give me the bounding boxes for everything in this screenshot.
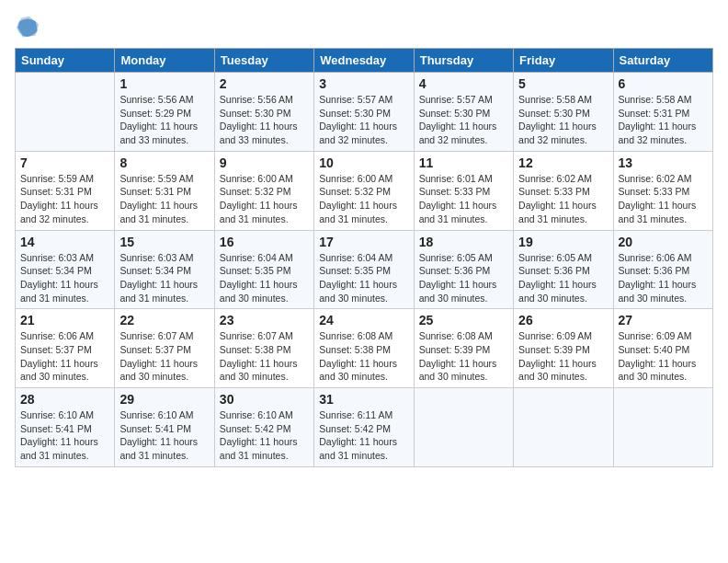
day-info: Sunrise: 6:10 AMSunset: 5:41 PMDaylight:… (20, 408, 109, 463)
day-info: Sunrise: 6:08 AMSunset: 5:39 PMDaylight:… (419, 329, 508, 384)
day-number: 2 (220, 76, 309, 91)
day-info: Sunrise: 6:09 AMSunset: 5:40 PMDaylight:… (619, 329, 708, 384)
day-number: 10 (319, 155, 408, 170)
day-number: 7 (20, 155, 109, 170)
calendar-week-row: 28Sunrise: 6:10 AMSunset: 5:41 PMDayligh… (16, 388, 713, 467)
weekday-header-monday: Monday (115, 49, 214, 73)
day-number: 11 (419, 155, 508, 170)
day-info: Sunrise: 5:57 AMSunset: 5:30 PMDaylight:… (319, 93, 408, 147)
day-number: 18 (419, 235, 508, 249)
day-number: 24 (319, 313, 408, 327)
day-info: Sunrise: 6:05 AMSunset: 5:36 PMDaylight:… (419, 251, 508, 305)
calendar-cell: 4Sunrise: 5:57 AMSunset: 5:30 PMDaylight… (414, 73, 513, 152)
day-info: Sunrise: 6:04 AMSunset: 5:35 PMDaylight:… (220, 251, 309, 305)
calendar-cell: 27Sunrise: 6:09 AMSunset: 5:40 PMDayligh… (613, 309, 712, 388)
weekday-header-wednesday: Wednesday (314, 49, 414, 73)
calendar-cell: 22Sunrise: 6:07 AMSunset: 5:37 PMDayligh… (115, 309, 214, 388)
day-number: 29 (119, 392, 209, 407)
day-number: 3 (319, 76, 408, 91)
day-number: 21 (20, 313, 109, 327)
day-number: 17 (319, 235, 408, 249)
day-info: Sunrise: 6:05 AMSunset: 5:36 PMDaylight:… (518, 251, 608, 305)
day-number: 28 (20, 392, 109, 407)
day-number: 13 (619, 155, 708, 170)
day-info: Sunrise: 6:06 AMSunset: 5:36 PMDaylight:… (619, 251, 708, 305)
day-info: Sunrise: 6:02 AMSunset: 5:33 PMDaylight:… (619, 172, 708, 226)
calendar-week-row: 1Sunrise: 5:56 AMSunset: 5:29 PMDaylight… (16, 73, 713, 152)
day-number: 23 (220, 313, 309, 327)
logo-icon (15, 15, 40, 40)
calendar-cell: 7Sunrise: 5:59 AMSunset: 5:31 PMDaylight… (16, 151, 115, 230)
weekday-header-tuesday: Tuesday (214, 49, 313, 73)
day-info: Sunrise: 6:07 AMSunset: 5:38 PMDaylight:… (220, 329, 309, 384)
calendar-table: SundayMondayTuesdayWednesdayThursdayFrid… (15, 48, 713, 467)
day-number: 5 (518, 76, 608, 91)
calendar-cell: 2Sunrise: 5:56 AMSunset: 5:30 PMDaylight… (214, 73, 313, 152)
calendar-cell: 28Sunrise: 6:10 AMSunset: 5:41 PMDayligh… (16, 388, 115, 467)
weekday-header-friday: Friday (514, 49, 613, 73)
calendar-cell: 16Sunrise: 6:04 AMSunset: 5:35 PMDayligh… (214, 230, 313, 309)
calendar-cell (16, 73, 115, 152)
day-info: Sunrise: 5:59 AMSunset: 5:31 PMDaylight:… (20, 172, 109, 226)
day-number: 22 (119, 313, 209, 327)
day-info: Sunrise: 6:00 AMSunset: 5:32 PMDaylight:… (319, 172, 408, 226)
day-info: Sunrise: 5:58 AMSunset: 5:31 PMDaylight:… (619, 93, 708, 147)
day-info: Sunrise: 6:03 AMSunset: 5:34 PMDaylight:… (119, 251, 209, 305)
calendar-cell: 13Sunrise: 6:02 AMSunset: 5:33 PMDayligh… (613, 151, 712, 230)
calendar-cell: 11Sunrise: 6:01 AMSunset: 5:33 PMDayligh… (414, 151, 513, 230)
day-number: 15 (119, 235, 209, 249)
calendar-cell: 20Sunrise: 6:06 AMSunset: 5:36 PMDayligh… (613, 230, 712, 309)
day-number: 4 (419, 76, 508, 91)
day-info: Sunrise: 6:04 AMSunset: 5:35 PMDaylight:… (319, 251, 408, 305)
calendar-cell: 9Sunrise: 6:00 AMSunset: 5:32 PMDaylight… (214, 151, 313, 230)
day-info: Sunrise: 6:00 AMSunset: 5:32 PMDaylight:… (220, 172, 309, 226)
calendar-cell: 3Sunrise: 5:57 AMSunset: 5:30 PMDaylight… (314, 73, 414, 152)
weekday-header-row: SundayMondayTuesdayWednesdayThursdayFrid… (16, 49, 713, 73)
day-number: 27 (619, 313, 708, 327)
day-info: Sunrise: 6:03 AMSunset: 5:34 PMDaylight:… (20, 251, 109, 305)
calendar-cell: 6Sunrise: 5:58 AMSunset: 5:31 PMDaylight… (613, 73, 712, 152)
day-info: Sunrise: 6:06 AMSunset: 5:37 PMDaylight:… (20, 329, 109, 384)
calendar-cell: 25Sunrise: 6:08 AMSunset: 5:39 PMDayligh… (414, 309, 513, 388)
calendar-cell: 15Sunrise: 6:03 AMSunset: 5:34 PMDayligh… (115, 230, 214, 309)
calendar-cell: 14Sunrise: 6:03 AMSunset: 5:34 PMDayligh… (16, 230, 115, 309)
day-info: Sunrise: 6:09 AMSunset: 5:39 PMDaylight:… (518, 329, 608, 384)
day-info: Sunrise: 6:10 AMSunset: 5:42 PMDaylight:… (220, 408, 309, 463)
calendar-cell: 8Sunrise: 5:59 AMSunset: 5:31 PMDaylight… (115, 151, 214, 230)
calendar-week-row: 7Sunrise: 5:59 AMSunset: 5:31 PMDaylight… (16, 151, 713, 230)
calendar-cell: 10Sunrise: 6:00 AMSunset: 5:32 PMDayligh… (314, 151, 414, 230)
day-info: Sunrise: 6:07 AMSunset: 5:37 PMDaylight:… (119, 329, 209, 384)
day-info: Sunrise: 5:56 AMSunset: 5:30 PMDaylight:… (220, 93, 309, 147)
day-number: 19 (518, 235, 608, 249)
day-number: 14 (20, 235, 109, 249)
weekday-header-saturday: Saturday (613, 49, 712, 73)
page-header (15, 15, 713, 40)
calendar-cell: 26Sunrise: 6:09 AMSunset: 5:39 PMDayligh… (514, 309, 613, 388)
calendar-week-row: 21Sunrise: 6:06 AMSunset: 5:37 PMDayligh… (16, 309, 713, 388)
calendar-cell: 17Sunrise: 6:04 AMSunset: 5:35 PMDayligh… (314, 230, 414, 309)
calendar-cell: 30Sunrise: 6:10 AMSunset: 5:42 PMDayligh… (214, 388, 313, 467)
calendar-cell: 18Sunrise: 6:05 AMSunset: 5:36 PMDayligh… (414, 230, 513, 309)
day-number: 12 (518, 155, 608, 170)
calendar-week-row: 14Sunrise: 6:03 AMSunset: 5:34 PMDayligh… (16, 230, 713, 309)
day-info: Sunrise: 6:01 AMSunset: 5:33 PMDaylight:… (419, 172, 508, 226)
day-info: Sunrise: 6:02 AMSunset: 5:33 PMDaylight:… (518, 172, 608, 226)
weekday-header-sunday: Sunday (16, 49, 115, 73)
calendar-cell: 5Sunrise: 5:58 AMSunset: 5:30 PMDaylight… (514, 73, 613, 152)
calendar-cell: 31Sunrise: 6:11 AMSunset: 5:42 PMDayligh… (314, 388, 414, 467)
logo (15, 15, 44, 40)
day-number: 1 (119, 76, 209, 91)
calendar-cell: 23Sunrise: 6:07 AMSunset: 5:38 PMDayligh… (214, 309, 313, 388)
weekday-header-thursday: Thursday (414, 49, 513, 73)
day-number: 9 (220, 155, 309, 170)
calendar-cell: 29Sunrise: 6:10 AMSunset: 5:41 PMDayligh… (115, 388, 214, 467)
day-info: Sunrise: 6:10 AMSunset: 5:41 PMDaylight:… (119, 408, 209, 463)
day-number: 30 (220, 392, 309, 407)
calendar-cell (414, 388, 513, 467)
day-number: 16 (220, 235, 309, 249)
day-info: Sunrise: 5:59 AMSunset: 5:31 PMDaylight:… (119, 172, 209, 226)
calendar-cell (613, 388, 712, 467)
calendar-cell: 24Sunrise: 6:08 AMSunset: 5:38 PMDayligh… (314, 309, 414, 388)
day-info: Sunrise: 6:11 AMSunset: 5:42 PMDaylight:… (319, 408, 408, 463)
calendar-cell: 19Sunrise: 6:05 AMSunset: 5:36 PMDayligh… (514, 230, 613, 309)
